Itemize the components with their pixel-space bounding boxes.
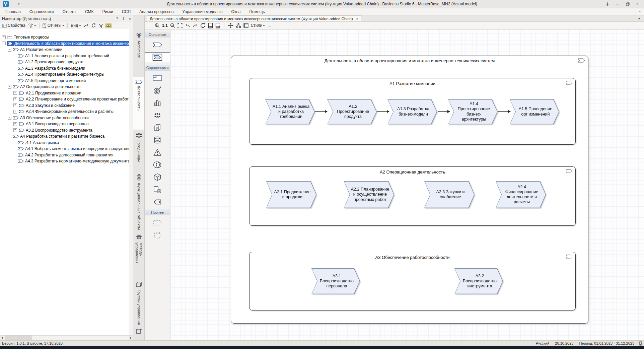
autohide-pin-icon[interactable] xyxy=(122,17,125,20)
menu-item-Справочники[interactable]: Справочники xyxy=(29,9,54,14)
zoom-in-button[interactable] xyxy=(155,23,160,28)
palette-item-people[interactable] xyxy=(145,110,170,120)
palette-item-vac-framed[interactable] xyxy=(145,52,170,62)
diagram-canvas[interactable]: Деятельность в области проектирования и … xyxy=(170,29,644,340)
palette-item-database[interactable] xyxy=(145,135,170,145)
tree-vertical-scrollbar[interactable] xyxy=(129,29,133,335)
palette-item-disc-doc[interactable] xyxy=(145,185,170,195)
tree-expander-icon[interactable]: + xyxy=(13,97,17,101)
tree-item[interactable]: + Типовые процессы xyxy=(0,34,129,41)
vac-shape-А1.5[interactable]: А1.5 Проведение орг изменений xyxy=(510,99,559,124)
palette-item-barchart[interactable] xyxy=(145,98,170,108)
palette-item-tag[interactable] xyxy=(145,197,170,207)
tree-item[interactable]: − А3 Обеспечение работоспособности xyxy=(0,115,129,121)
export-png-button[interactable]: PNG xyxy=(215,23,220,28)
vac-shape-А2.1[interactable]: А2.1 Продвижение и продажи xyxy=(266,181,316,208)
palette-item-frame[interactable] xyxy=(145,73,170,83)
tree-expander-icon[interactable]: − xyxy=(2,42,6,45)
vac-shape-А1.4[interactable]: А1.4 Проектирование бизнес-архитектуры xyxy=(448,99,498,124)
menu-item-Помощь[interactable]: Помощь xyxy=(249,9,265,14)
properties-button[interactable]: Свойства xyxy=(1,23,26,28)
view-button[interactable]: Вид xyxy=(70,23,82,28)
vac-shape-А2.4[interactable]: А2.4 Финансирование деятельности и расче… xyxy=(496,181,546,208)
tree-expander-icon[interactable]: + xyxy=(13,91,17,95)
menu-item-Окна[interactable]: Окна xyxy=(231,9,241,14)
menu-item-Отчеты[interactable]: Отчеты xyxy=(62,9,76,14)
tree-item[interactable]: − А1 Развитие компании xyxy=(0,47,129,53)
palette-tab-Функциональные объекты[interactable]: Функциональные объекты xyxy=(133,171,144,230)
period-indicator[interactable]: Период: 01.01.2023 - 31.12.2023 xyxy=(579,341,634,345)
vac-shape-А2.3[interactable]: А2.3 Закупки и снабжение xyxy=(424,181,475,208)
undo-button[interactable] xyxy=(185,23,190,28)
tree-item[interactable]: + А3.2 Воспроизводство инструмента xyxy=(0,127,129,134)
help-icon[interactable]: ? xyxy=(116,17,118,21)
scroll-left-icon[interactable] xyxy=(0,336,4,340)
palette-item-cube[interactable] xyxy=(145,172,170,182)
palette-tab-Оргединицы[interactable]: Оргединицы xyxy=(133,130,144,171)
palette-item-vac-flat[interactable] xyxy=(145,40,170,50)
tree-item[interactable]: − А4 Разработка стратегии и развитие биз… xyxy=(0,133,129,140)
palette-tab-Archimate[interactable]: Archimate xyxy=(133,30,144,77)
tree-item[interactable]: + А2.3 Закупки и снабжение xyxy=(0,102,129,109)
refresh-icon[interactable] xyxy=(91,23,97,28)
palette-item-info[interactable] xyxy=(145,160,170,170)
tree-horizontal-scrollbar[interactable] xyxy=(0,335,133,340)
zoom-actual-button[interactable]: 1:1 xyxy=(162,23,168,27)
vac-shape-А3.2[interactable]: А3.2 Воспроизводство инструмента xyxy=(454,268,503,294)
tree-item[interactable]: + А2.1 Продвижение и продажи xyxy=(0,90,129,96)
tree-item[interactable]: А1.2 Проектирование продукта xyxy=(0,59,129,65)
mobile-device-icon[interactable] xyxy=(639,341,642,346)
tree-expander-icon[interactable]: − xyxy=(8,116,11,120)
document-tab[interactable]: Деятельность в области проектирования и … xyxy=(147,15,361,21)
tab-list-icon[interactable]: ▾ xyxy=(638,17,640,20)
go-forward-icon[interactable] xyxy=(83,23,89,28)
tree-item[interactable]: А4.1 Выбрать сегменты рынка и определить… xyxy=(0,146,129,152)
menu-item-Риски[interactable]: Риски xyxy=(102,9,113,14)
filter-icon[interactable] xyxy=(98,23,104,28)
date-indicator[interactable]: 20.10.2023 xyxy=(555,341,573,345)
styles-table-icon[interactable] xyxy=(243,23,248,28)
tree-item[interactable]: − Деятельность в области проектирования … xyxy=(0,41,129,47)
tree-item[interactable]: + А2.4 Финансирование деятельности и рас… xyxy=(0,109,129,115)
vac-group-a2[interactable]: А2 Операционная деятельность А2.1 Продви… xyxy=(249,166,576,226)
palette-tab-Методы управления[interactable]: Методы управления xyxy=(133,230,144,278)
pan-tool-button[interactable] xyxy=(228,23,233,28)
quick-access-toolbar-button[interactable]: ▾ xyxy=(18,2,20,6)
vac-group-a1[interactable]: А1 Развитие компании А1.1 Анализ рынка и… xyxy=(249,78,576,145)
close-panel-icon[interactable]: × xyxy=(129,17,131,21)
vac-shape-А3.1[interactable]: А3.1 Воспроизводство персонала xyxy=(311,268,360,294)
fit-to-screen-button[interactable] xyxy=(177,23,183,28)
vac-group-a3[interactable]: А3 Обеспечение работоспособности А3.1 Во… xyxy=(249,252,576,310)
vac-root-container[interactable]: Деятельность в области проектирования и … xyxy=(231,56,588,324)
palette-tab-Деятельность[interactable]: Деятельность xyxy=(133,77,144,130)
tree-expander-icon[interactable]: + xyxy=(2,36,6,39)
tree-expander-icon[interactable]: − xyxy=(8,48,11,52)
menu-item-ССП[interactable]: ССП xyxy=(122,9,131,14)
close-button[interactable]: × xyxy=(636,2,639,6)
tree-item[interactable]: − А2 Операционная деятельность xyxy=(0,84,129,90)
tab-close-icon[interactable]: × xyxy=(356,17,358,21)
toolbar-more-label[interactable]: ... xyxy=(267,23,272,28)
menu-overflow-icon[interactable]: ▾ xyxy=(639,10,641,13)
tree-expander-icon[interactable]: − xyxy=(8,135,11,138)
scroll-right-icon[interactable] xyxy=(129,336,133,340)
vac-shape-А1.2[interactable]: А1.2 Проектирование продукта xyxy=(327,99,377,124)
palette-item-warning[interactable] xyxy=(145,147,170,157)
minimize-button[interactable] xyxy=(616,2,619,6)
palette-item-dashed-cyl[interactable] xyxy=(145,230,170,240)
tree-item[interactable]: А1.1 Анализ рынка и разработка требовани… xyxy=(0,53,129,59)
tree-item[interactable]: А1.4 Проектирование бизнес-архитектуры xyxy=(0,71,129,78)
vac-shape-А1.3[interactable]: А1.3 Разработка бизнес-модели xyxy=(387,99,437,124)
palette-item-target[interactable] xyxy=(145,85,170,95)
pin-window-icon[interactable] xyxy=(606,2,609,6)
tree-item[interactable]: .4.1 Анализ рынка xyxy=(0,140,129,146)
tree-item[interactable]: А1.3 Разработка бизнес-модели xyxy=(0,65,129,72)
tree-expander-icon[interactable]: + xyxy=(13,110,17,114)
refresh-diagram-button[interactable] xyxy=(200,23,206,28)
scrollbar-thumb[interactable] xyxy=(5,336,32,340)
menu-item-Управление моделью[interactable]: Управление моделью xyxy=(182,9,222,14)
tree-expander-icon[interactable]: − xyxy=(8,85,11,89)
tree-item[interactable]: А4.2 Разработать долгосрочный план разви… xyxy=(0,152,129,158)
palette-item-dashed-rect[interactable] xyxy=(145,218,170,228)
menu-item-СМК[interactable]: СМК xyxy=(85,9,94,14)
